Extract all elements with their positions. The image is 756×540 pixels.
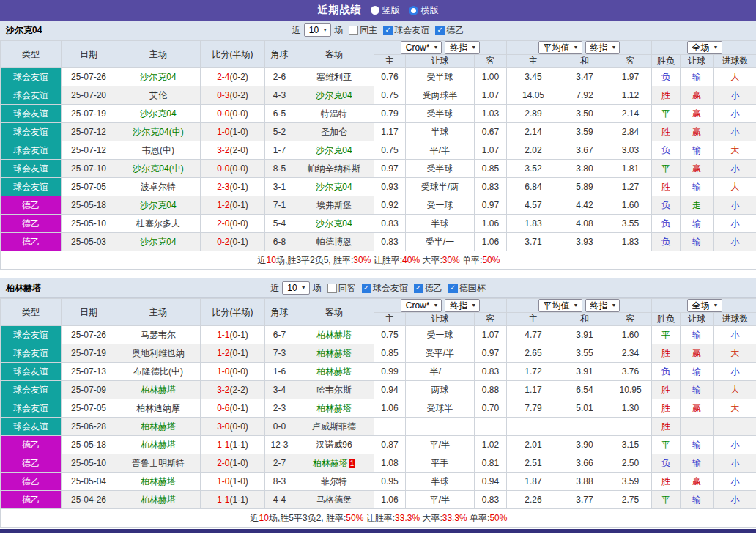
avg-odds-cell: 10.95 [609, 381, 652, 399]
col-header: 主 [374, 55, 406, 68]
score-cell: 1-1(0-1) [201, 326, 265, 344]
match-type-cell: 球会友谊 [1, 344, 62, 363]
summary-segment: 33.3% [395, 513, 420, 523]
full-score: 1-2 [217, 348, 229, 358]
odds-cell: 0.83 [475, 363, 507, 381]
layout-radio-horizontal[interactable]: 横版 [409, 4, 439, 17]
match-type-cell: 球会友谊 [1, 160, 62, 178]
home-team: 沙尔克04(中) [133, 163, 183, 174]
result-wdl-cell: 胜 [652, 473, 681, 491]
avg-odds-cell: 3.66 [560, 454, 609, 473]
select-value: 终指 [590, 42, 608, 53]
corner-cell: 5-2 [265, 123, 294, 141]
chevron-down-icon: ▼ [714, 42, 719, 53]
date-cell: 25-05-04 [62, 473, 116, 491]
select-value: 终指 [450, 42, 467, 53]
recent-count-select[interactable]: 10▼ [304, 23, 331, 37]
scope-select[interactable]: 全场▼ [687, 41, 722, 54]
layout-radio-vertical[interactable]: 竖版 [371, 4, 400, 17]
recent-count-select[interactable]: 10▼ [282, 281, 309, 295]
home-team: 柏林赫塔 [141, 421, 176, 432]
final-odds-select-2[interactable]: 终指▼ [585, 41, 620, 54]
handicap-cell: 受两球半 [406, 86, 475, 105]
filter-checkbox-1[interactable]: ✓球会友谊 [362, 282, 408, 295]
radio-icon[interactable] [371, 6, 379, 15]
full-score: 3-2 [217, 385, 229, 395]
match-type-cell: 德乙 [1, 215, 62, 233]
radio-selected-icon[interactable] [409, 6, 418, 15]
avg-odds-cell: 3.90 [560, 436, 609, 454]
checkbox[interactable]: ✓ [362, 284, 371, 293]
corner-cell: 4-4 [265, 491, 294, 509]
filter-checkbox-2[interactable]: ✓德乙 [435, 24, 464, 37]
filter-checkbox-0[interactable]: 同客 [327, 282, 356, 295]
odds-cell: 0.97 [374, 160, 406, 178]
home-team: 奥地利维也纳 [132, 348, 185, 358]
avg-select[interactable]: 平均值▼ [538, 41, 582, 54]
away-team: 柏林赫塔 [316, 348, 352, 358]
filter-checkbox-1[interactable]: ✓球会友谊 [383, 24, 429, 37]
scope-select-group: 全场▼ [652, 299, 756, 313]
checkbox[interactable]: ✓ [383, 26, 393, 35]
checkbox[interactable]: ✓ [414, 284, 423, 293]
col-header: 主场 [116, 299, 201, 326]
select-value: 全场 [692, 42, 710, 53]
odds-source-select[interactable]: Crow*▼ [401, 41, 442, 54]
avg-odds-cell: 2.51 [507, 454, 560, 473]
odds-cell: 1.06 [374, 399, 406, 418]
away-cell: 帕德博恩 [294, 233, 374, 251]
recent-label: 近 [270, 282, 279, 295]
result-wdl-cell: 胜 [652, 418, 681, 436]
corner-cell: 3-4 [265, 381, 294, 399]
final-odds-select-2[interactable]: 终指▼ [585, 299, 620, 312]
avg-odds-cell: 2.75 [609, 491, 652, 509]
half-score: (0-1) [230, 200, 248, 210]
avg-odds-cell: 3.50 [560, 105, 609, 123]
col-header: 客 [475, 313, 507, 326]
match-type-cell: 德乙 [1, 436, 62, 454]
summary-segment: 10 [259, 513, 269, 523]
result-wdl-cell: 负 [652, 196, 681, 215]
result-wdl-cell: 胜 [652, 399, 681, 418]
final-odds-select[interactable]: 终指▼ [445, 41, 480, 54]
checkbox-label: 球会友谊 [373, 282, 408, 295]
checkbox[interactable]: ✓ [448, 284, 458, 293]
match-row: 德乙25-05-18沙尔克041-2(0-1)7-1埃弗斯堡0.92受一球0.9… [1, 196, 756, 215]
scope-select-group: 全场▼ [652, 41, 756, 55]
avg-odds-cell: 1.17 [507, 381, 560, 399]
date-cell: 25-07-19 [62, 105, 116, 123]
full-score: 0-2 [217, 237, 229, 247]
match-type-cell: 德乙 [1, 454, 62, 473]
date-cell: 25-05-03 [62, 233, 116, 251]
avg-select[interactable]: 平均值▼ [538, 299, 582, 312]
score-cell: 1-0(1-0) [201, 473, 265, 491]
result-handicap-cell: 输 [681, 215, 714, 233]
checkbox[interactable] [327, 284, 337, 293]
avg-odds-cell [507, 418, 560, 436]
home-team: 布隆德比(中) [133, 366, 183, 377]
avg-odds-cell: 6.84 [507, 178, 560, 196]
full-score: 1-1 [217, 330, 229, 340]
odds-cell [475, 418, 507, 436]
checkbox[interactable]: ✓ [435, 26, 445, 35]
odds-cell: 1.07 [475, 326, 507, 344]
handicap-cell: 平手 [406, 454, 475, 473]
scope-select[interactable]: 全场▼ [687, 299, 722, 312]
col-header: 主场 [116, 41, 201, 68]
home-team: 柏林赫塔 [141, 476, 176, 487]
filter-checkbox-2[interactable]: ✓德乙 [414, 282, 442, 295]
away-cell: 柏林赫塔 [294, 326, 374, 344]
final-odds-select[interactable]: 终指▼ [445, 299, 480, 312]
result-goals-cell: 大 [714, 141, 756, 160]
filter-checkbox-0[interactable]: 同主 [349, 24, 377, 37]
odds-source-select[interactable]: Crow*▼ [401, 299, 442, 312]
match-row: 德乙25-04-26柏林赫塔1-1(1-1)4-4马格德堡1.06平/半0.83… [1, 491, 756, 509]
full-score: 2-0 [217, 458, 229, 468]
score-cell: 0-0(0-0) [201, 105, 265, 123]
score-cell: 1-1(1-1) [201, 436, 265, 454]
half-score: (1-0) [230, 476, 248, 487]
result-goals-cell: 小 [714, 326, 756, 344]
checkbox[interactable] [349, 26, 358, 35]
filter-checkbox-3[interactable]: ✓德国杯 [448, 282, 486, 295]
away-cell: 沙尔克04 [294, 86, 374, 105]
